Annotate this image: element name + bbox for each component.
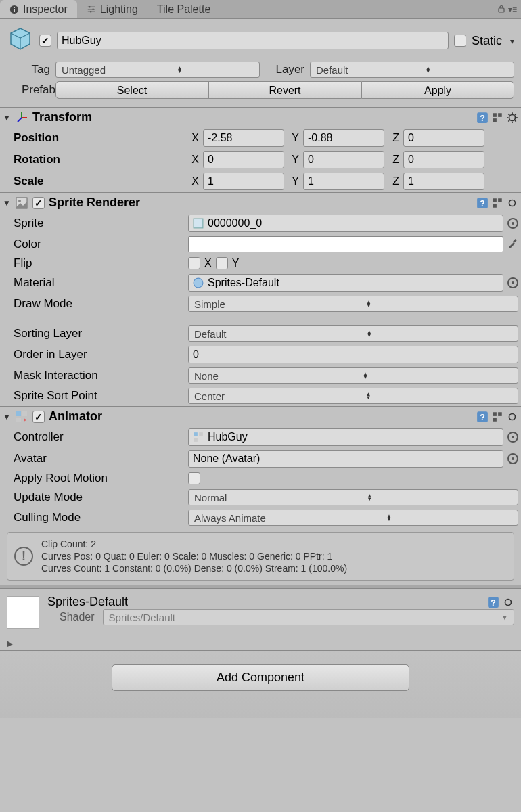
scale-x-input[interactable] <box>203 173 284 190</box>
flip-x-label: X <box>204 257 212 269</box>
avatar-label: Avatar <box>3 452 184 466</box>
svg-point-19 <box>509 114 516 120</box>
controller-field[interactable]: HubGuy <box>188 428 503 446</box>
culling-mode-dropdown[interactable]: Always Animate▲▼ <box>188 510 518 526</box>
sprite-label: Sprite <box>3 217 184 230</box>
svg-marker-42 <box>24 418 27 422</box>
shader-dropdown[interactable]: Sprites/Default ▼ <box>103 609 514 625</box>
layer-dropdown[interactable]: Default ▲▼ <box>310 62 514 78</box>
object-picker-icon[interactable] <box>507 432 518 443</box>
sprite-renderer-enabled-checkbox[interactable] <box>32 197 45 209</box>
info-icon: i <box>9 5 19 14</box>
sprite-renderer-icon <box>15 196 28 210</box>
rotation-x-input[interactable] <box>203 151 284 168</box>
material-value: Sprites-Default <box>208 277 279 289</box>
position-y-input[interactable] <box>303 129 384 147</box>
help-icon[interactable]: ? <box>487 596 499 608</box>
object-picker-icon[interactable] <box>507 453 518 464</box>
svg-rect-16 <box>493 113 497 117</box>
help-icon[interactable]: ? <box>476 197 489 209</box>
info-line: Curves Count: 1 Constant: 0 (0.0%) Dense… <box>41 562 347 574</box>
svg-rect-17 <box>498 113 502 117</box>
svg-point-54 <box>505 599 512 605</box>
svg-rect-40 <box>22 411 27 416</box>
sprite-renderer-title: Sprite Renderer <box>49 196 140 210</box>
preset-icon[interactable] <box>491 197 503 209</box>
sprite-field[interactable]: 0000000_0 <box>188 215 503 232</box>
info-line: Clip Count: 2 <box>41 538 347 550</box>
foldout-icon[interactable]: ▼ <box>3 198 11 208</box>
sprite-asset-icon <box>193 218 204 229</box>
animator-enabled-checkbox[interactable] <box>32 411 45 423</box>
gameobject-name-input[interactable] <box>57 32 449 49</box>
material-expand-icon[interactable]: ▶ <box>4 639 16 648</box>
help-icon[interactable]: ? <box>476 112 489 124</box>
material-asset-icon <box>193 277 204 288</box>
material-field[interactable]: Sprites-Default <box>188 274 503 292</box>
apply-root-motion-checkbox[interactable] <box>188 472 200 484</box>
flip-y-checkbox[interactable] <box>216 257 228 269</box>
lock-icon[interactable] <box>497 3 505 16</box>
mask-interaction-dropdown[interactable]: None▲▼ <box>188 367 518 384</box>
gear-icon[interactable] <box>506 197 518 209</box>
object-picker-icon[interactable] <box>507 218 518 229</box>
draw-mode-dropdown[interactable]: Simple▲▼ <box>188 296 518 312</box>
svg-rect-36 <box>194 219 203 228</box>
color-field[interactable] <box>188 236 503 252</box>
panel-menu-icon[interactable]: ▾≡ <box>508 5 517 14</box>
sorting-layer-label: Sorting Layer <box>3 327 184 340</box>
animator-icon <box>15 410 28 424</box>
flip-label: Flip <box>3 256 184 270</box>
flip-x-checkbox[interactable] <box>188 257 200 269</box>
svg-rect-34 <box>493 204 497 208</box>
update-mode-dropdown[interactable]: Normal▲▼ <box>188 489 518 505</box>
sorting-layer-dropdown[interactable]: Default▲▼ <box>188 325 518 342</box>
rotation-z-input[interactable] <box>403 151 484 168</box>
svg-rect-45 <box>493 412 497 416</box>
svg-point-35 <box>509 200 516 206</box>
enabled-checkbox[interactable] <box>39 35 51 47</box>
svg-line-24 <box>508 114 509 115</box>
svg-rect-18 <box>493 118 497 122</box>
add-component-button[interactable]: Add Component <box>112 664 409 691</box>
svg-point-48 <box>509 413 516 420</box>
svg-point-29 <box>18 200 21 202</box>
prefab-apply-button[interactable]: Apply <box>361 81 514 99</box>
sprite-sort-point-dropdown[interactable]: Center▲▼ <box>188 388 518 404</box>
gear-icon[interactable] <box>506 112 518 124</box>
tab-tile-palette[interactable]: Tile Palette <box>148 0 220 18</box>
material-preview <box>7 596 39 629</box>
prefab-select-button[interactable]: Select <box>55 81 208 99</box>
prefab-revert-button[interactable]: Revert <box>208 81 361 99</box>
foldout-icon[interactable]: ▼ <box>3 113 11 122</box>
preset-icon[interactable] <box>491 112 503 124</box>
preset-icon[interactable] <box>491 411 503 423</box>
object-picker-icon[interactable] <box>507 277 518 288</box>
tab-inspector[interactable]: i Inspector <box>0 0 77 18</box>
gear-icon[interactable] <box>506 411 518 423</box>
animator-info-box: ! Clip Count: 2 Curves Pos: 0 Quat: 0 Eu… <box>7 532 514 581</box>
static-checkbox[interactable] <box>454 35 466 47</box>
info-icon: ! <box>14 547 33 566</box>
position-x-input[interactable] <box>203 129 284 147</box>
controller-asset-icon <box>193 432 204 443</box>
gear-icon[interactable] <box>502 596 514 608</box>
scale-y-input[interactable] <box>303 173 384 190</box>
tab-bar: i Inspector Lighting Tile Palette ▾≡ <box>0 0 521 19</box>
eyedropper-icon[interactable] <box>507 238 518 251</box>
draw-mode-label: Draw Mode <box>3 297 184 311</box>
order-in-layer-input[interactable] <box>188 346 518 363</box>
rotation-y-input[interactable] <box>303 151 384 168</box>
scale-z-input[interactable] <box>403 173 484 190</box>
foldout-icon[interactable]: ▼ <box>3 412 11 422</box>
svg-point-5 <box>89 5 91 7</box>
svg-text:i: i <box>14 5 16 13</box>
tag-dropdown[interactable]: Untagged ▲▼ <box>55 62 260 78</box>
svg-text:?: ? <box>491 597 496 607</box>
tab-lighting[interactable]: Lighting <box>77 0 148 18</box>
position-z-input[interactable] <box>403 129 484 147</box>
tag-label: Tag <box>7 63 50 76</box>
avatar-field[interactable]: None (Avatar) <box>188 450 503 468</box>
help-icon[interactable]: ? <box>476 411 489 423</box>
static-dropdown-icon[interactable] <box>507 35 514 47</box>
